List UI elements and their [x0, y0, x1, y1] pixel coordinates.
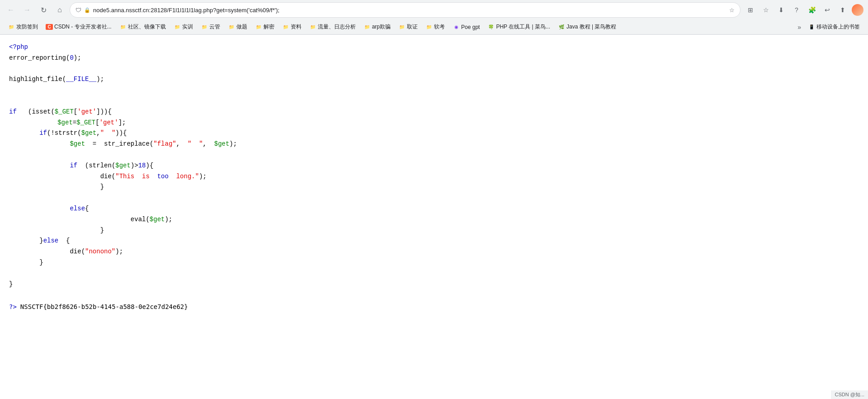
bookmark-label: 云管 — [209, 23, 220, 31]
bookmark-mobile[interactable]: 📱 移动设备上的书签 — [805, 22, 863, 32]
bookmark-ruankao[interactable]: 📁 软考 — [422, 22, 448, 32]
bookmark-php-runoob[interactable]: 🍀 PHP 在线工具 | 菜鸟... — [484, 22, 554, 32]
page-content: <?php error_reporting(0); highlight_file… — [0, 35, 868, 397]
php-close-tag: ?> — [9, 303, 17, 310]
share-button[interactable]: ⬆ — [836, 4, 849, 16]
home-button[interactable]: ⌂ — [53, 4, 66, 16]
code-line-8: $get=$_GET['get']; — [9, 118, 859, 128]
folder-icon: 📁 — [174, 24, 180, 30]
code-variable: $_GET — [55, 108, 74, 115]
code-line-21: } — [9, 257, 859, 268]
forward-button[interactable]: → — [21, 4, 33, 16]
folder-icon: 📁 — [426, 24, 432, 30]
code-line-14: } — [9, 182, 859, 193]
code-line-blank3 — [9, 96, 859, 107]
lock-icon: 🔒 — [84, 7, 90, 13]
status-bar: CSDN @知... — [831, 390, 868, 397]
code-line-17: eval($get); — [9, 214, 859, 225]
bookmark-traffic[interactable]: 📁 流量、日志分析 — [306, 22, 359, 32]
code-line-16: else{ — [9, 204, 859, 214]
bookmark-decrypt[interactable]: 📁 解密 — [252, 22, 278, 32]
bookmark-button[interactable]: ☆ — [760, 4, 772, 16]
bookmark-label: arp欺骗 — [372, 23, 391, 31]
bookmark-label: 取证 — [407, 23, 418, 31]
address-bar-container: 🛡 🔒 ☆ — [70, 2, 741, 18]
code-line-19: }else { — [9, 236, 859, 247]
extensions-button[interactable]: 🧩 — [806, 4, 818, 16]
bookmark-label: Poe gpt — [461, 24, 480, 30]
runoob2-favicon: 🌿 — [558, 24, 565, 30]
bookmark-gongfang[interactable]: 📁 攻防签到 — [5, 22, 42, 32]
folder-icon: 📁 — [310, 24, 316, 30]
folder-icon: 📁 — [120, 24, 126, 30]
bookmark-label: 解密 — [264, 23, 274, 31]
bookmark-label: 实训 — [182, 23, 193, 31]
code-line-13: die("This is too long."); — [9, 171, 859, 182]
undo-button[interactable]: ↩ — [821, 4, 834, 16]
code-function: highlight_file — [9, 76, 62, 83]
bookmark-label: 软考 — [434, 23, 445, 31]
bookmark-label: 攻防签到 — [16, 23, 38, 31]
code-function: error_reporting — [9, 54, 66, 62]
bookmark-label: 移动设备上的书签 — [816, 23, 860, 31]
flag-value: NSSCTF{bb2f8626-b52b-4145-a588-0e2ce7d24… — [20, 303, 188, 310]
address-input[interactable] — [93, 7, 726, 14]
bookmark-cloud[interactable]: 📁 云管 — [198, 22, 224, 32]
bookmark-label: 流量、日志分析 — [318, 23, 356, 31]
bookmark-poe[interactable]: ◉ Poe gpt — [449, 23, 483, 32]
more-bookmarks-button[interactable]: » — [795, 22, 804, 32]
bookmark-label: Java 教程 | 菜鸟教程 — [566, 23, 616, 31]
php-open-tag: <?php — [9, 43, 28, 51]
csdn-favicon: C — [46, 24, 52, 30]
bookmarks-bar: 📁 攻防签到 C CSDN - 专业开发者社... 📁 社区、镜像下载 📁 实训… — [0, 20, 868, 34]
code-line-blank — [9, 64, 859, 75]
runoob-favicon: 🍀 — [488, 24, 494, 30]
bookmark-label: 做题 — [236, 23, 247, 31]
code-line-blank2 — [9, 85, 859, 96]
folder-icon: 📁 — [283, 24, 289, 30]
flag-output: ?> NSSCTF{bb2f8626-b52b-4145-a588-0e2ce7… — [9, 299, 859, 315]
folder-icon: 📁 — [255, 24, 262, 30]
folder-icon: 📁 — [8, 24, 14, 30]
code-line-2: error_reporting(0); — [9, 53, 859, 64]
code-line-9: if(!strstr($get," ")){ — [9, 128, 859, 139]
code-line-20: die("nonono"); — [9, 247, 859, 257]
back-button[interactable]: ← — [5, 4, 17, 16]
bookmark-community[interactable]: 📁 社区、镜像下载 — [116, 22, 170, 32]
bookmark-label: PHP 在线工具 | 菜鸟... — [496, 23, 550, 31]
folder-icon: 📁 — [201, 24, 208, 30]
download-button[interactable]: ⬇ — [775, 4, 788, 16]
code-line-blank6 — [9, 268, 859, 279]
reload-button[interactable]: ↻ — [37, 4, 50, 16]
status-text: CSDN @知... — [835, 392, 864, 397]
code-line-blank4 — [9, 150, 859, 161]
bookmark-star-icon[interactable]: ☆ — [729, 7, 735, 14]
code-string: 'get' — [77, 108, 96, 115]
code-line-1: <?php — [9, 42, 859, 53]
bookmark-zuoti[interactable]: 📁 做题 — [225, 22, 251, 32]
bookmark-csdn[interactable]: C CSDN - 专业开发者社... — [42, 22, 115, 32]
code-line-4: highlight_file(__FILE__); — [9, 74, 859, 85]
code-line-10: $get = str_ireplace("flag", " ", $get); — [9, 139, 859, 150]
code-line-23: } — [9, 279, 859, 290]
bookmark-label: CSDN - 专业开发者社... — [54, 23, 112, 31]
browser-chrome: ← → ↻ ⌂ 🛡 🔒 ☆ ⊞ ☆ ⬇ ? 🧩 ↩ ⬆ 📁 攻防签到 C CS — [0, 0, 868, 35]
security-icon: 🛡 — [75, 7, 81, 14]
bookmark-java-runoob[interactable]: 🌿 Java 教程 | 菜鸟教程 — [555, 22, 620, 32]
bookmark-forensics[interactable]: 📁 取证 — [395, 22, 421, 32]
code-line-12: if (strlen($get)>18){ — [9, 161, 859, 171]
folder-icon: 📁 — [399, 24, 405, 30]
grid-apps-button[interactable]: ⊞ — [744, 4, 757, 16]
bookmark-data[interactable]: 📁 资料 — [279, 22, 305, 32]
profile-avatar[interactable] — [852, 4, 863, 16]
bookmark-label: 社区、镜像下载 — [128, 23, 166, 31]
bookmark-label: 资料 — [291, 23, 302, 31]
code-number: 0 — [70, 54, 73, 62]
code-keyword: if — [9, 108, 17, 115]
bookmark-arp[interactable]: 📁 arp欺骗 — [360, 22, 394, 32]
code-line-blank5 — [9, 193, 859, 204]
poe-favicon: ◉ — [453, 24, 459, 30]
help-button[interactable]: ? — [790, 4, 803, 16]
bookmark-training[interactable]: 📁 实训 — [170, 22, 197, 32]
nav-bar: ← → ↻ ⌂ 🛡 🔒 ☆ ⊞ ☆ ⬇ ? 🧩 ↩ ⬆ — [0, 0, 868, 20]
